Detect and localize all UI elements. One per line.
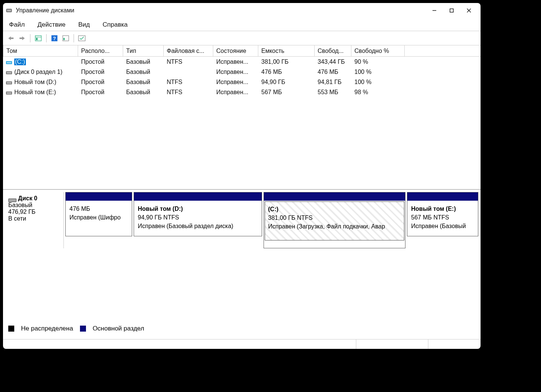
col-free[interactable]: Свобод... [315,45,351,56]
volume-icon [6,60,12,64]
partition-colorbar [134,192,262,201]
partition-size: 94,90 ГБ NTFS [138,213,258,222]
svg-rect-21 [7,82,11,84]
toolbar-list-icon[interactable] [33,33,43,43]
partition-size: 381,00 ГБ NTFS [268,213,401,222]
partition[interactable]: Новый том (D:)94,90 ГБ NTFSИсправен (Баз… [134,192,262,236]
partition-name: (C:) [268,205,401,213]
partition-status: Исправен (Базовый [411,222,474,230]
volume-fs [164,67,213,77]
svg-rect-7 [20,38,23,39]
partition[interactable]: 476 МБИсправен (Шифро [65,192,132,236]
volume-freepct: 100 % [351,77,405,87]
disk-icon [8,197,17,201]
partition-colorbar [407,192,478,201]
statusbar [3,339,481,349]
forward-button[interactable] [17,33,27,43]
volume-icon [6,80,12,84]
titlebar: Управление дисками [3,3,481,18]
legend-primary: Основной раздел [93,325,145,332]
partition[interactable]: Новый том (E:)567 МБ NTFSИсправен (Базов… [407,192,478,236]
volume-capacity: 476 МБ [258,67,315,77]
svg-rect-14 [63,38,65,40]
menu-action[interactable]: Действие [36,20,67,29]
legend-swatch-primary [80,326,86,332]
minimize-button[interactable] [426,5,443,17]
svg-rect-3 [450,9,454,12]
partition-name: Новый том (E:) [411,204,474,213]
volume-status: Исправен... [213,77,258,87]
disk-management-window: Управление дисками Файл Действие Вид Спр… [3,3,481,349]
partition[interactable]: (C:)381,00 ГБ NTFSИсправен (Загрузка, Фа… [264,192,405,248]
app-icon [6,8,12,14]
col-status[interactable]: Состояние [213,45,258,56]
partition-colorbar [264,192,405,201]
volume-fs: NTFS [164,87,213,97]
volume-capacity: 567 МБ [258,87,315,97]
volume-row[interactable]: (Диск 0 раздел 1)ПростойБазовыйИсправен.… [3,67,481,77]
volume-row[interactable]: Новый том (E:)ПростойБазовыйNTFSИсправен… [3,87,481,97]
menu-help[interactable]: Справка [101,20,129,29]
menu-view[interactable]: Вид [77,20,92,29]
svg-line-4 [467,9,471,12]
volume-name: Новый том (E:) [14,89,56,96]
partition-size: 567 МБ NTFS [411,213,474,222]
maximize-button[interactable] [443,5,460,17]
volume-layout: Простой [78,87,123,97]
help-icon[interactable]: ? [50,33,59,43]
col-layout[interactable]: Располо... [78,45,123,56]
volume-type: Базовый [123,57,164,67]
volume-fs: NTFS [164,77,213,87]
volume-capacity: 94,90 ГБ [258,77,315,87]
partition-status: Исправен (Шифро [69,213,128,222]
col-volume[interactable]: Том [3,45,78,56]
disk-header[interactable]: Диск 0 Базовый 476,92 ГБ В сети [5,192,64,248]
col-freepct[interactable]: Свободно % [351,45,405,56]
legend-swatch-unallocated [8,326,14,332]
menu-file[interactable]: Файл [8,20,26,29]
volume-row[interactable]: Новый том (D:)ПростойБазовыйNTFSИсправен… [3,77,481,87]
svg-text:?: ? [53,36,56,41]
disk-state: В сети [8,215,60,222]
col-capacity[interactable]: Емкость [258,45,315,56]
disk-name: Диск 0 [18,195,37,201]
partition-size: 476 МБ [69,204,128,213]
volume-name: (C:) [14,59,26,65]
volume-layout: Простой [78,67,123,77]
disk-map: Диск 0 Базовый 476,92 ГБ В сети 476 МБИс… [3,190,481,250]
svg-line-5 [467,9,471,12]
partition-colorbar [66,192,132,201]
close-button[interactable] [460,5,478,17]
volume-layout: Простой [78,77,123,87]
volume-free: 476 МБ [315,67,351,77]
col-type[interactable]: Тип [123,45,164,56]
volume-status: Исправен... [213,87,258,97]
col-filesystem[interactable]: Файловая с... [164,45,213,56]
window-title: Управление дисками [16,7,74,14]
volume-row[interactable]: (C:)ПростойБазовыйNTFSИсправен...381,00 … [3,57,481,67]
volume-type: Базовый [123,87,164,97]
disk-type: Базовый [8,202,60,209]
svg-rect-23 [7,92,11,94]
volume-free: 343,44 ГБ [315,57,351,67]
volume-type: Базовый [123,77,164,87]
volume-status: Исправен... [213,57,258,67]
back-button[interactable] [6,33,16,43]
menubar: Файл Действие Вид Справка [3,18,481,31]
volume-type: Базовый [123,67,164,77]
volume-capacity: 381,00 ГБ [258,57,315,67]
svg-rect-1 [7,10,11,11]
svg-rect-19 [7,72,11,74]
svg-rect-10 [36,38,38,40]
svg-rect-6 [11,38,14,39]
partition-status: Исправен (Загрузка, Файл подкачки, Авар [268,222,401,231]
disk-size: 476,92 ГБ [8,209,60,215]
legend: Не распределена Основной раздел [8,325,144,332]
toolbar-disk-icon[interactable] [61,33,71,43]
volume-freepct: 100 % [351,67,405,77]
svg-rect-17 [7,62,11,63]
volume-fs: NTFS [164,57,213,67]
toolbar-check-icon[interactable] [77,33,87,43]
volume-freepct: 90 % [351,57,405,67]
volume-list-header: Том Располо... Тип Файловая с... Состоян… [3,45,481,57]
